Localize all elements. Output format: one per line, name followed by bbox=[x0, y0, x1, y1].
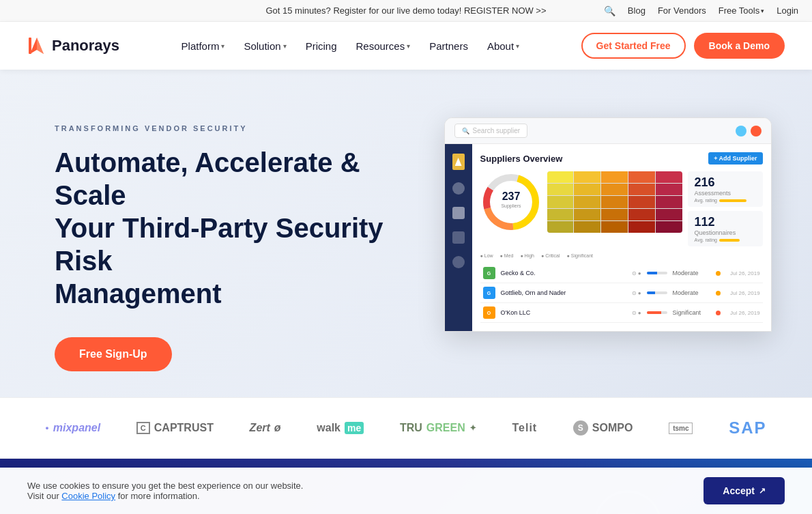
hero-right: 🔍 Search supplier bbox=[406, 111, 772, 332]
search-icon[interactable]: 🔍 bbox=[604, 5, 615, 16]
nav-cta-group: Get Started Free Book a Demo bbox=[581, 33, 785, 59]
logo-zerto: Zertø bbox=[250, 422, 281, 434]
company-name: Gottlieb, Orn and Nader bbox=[501, 289, 626, 296]
risk-level: Significant bbox=[673, 309, 710, 316]
questionnaires-label: Questionnaires bbox=[695, 229, 756, 236]
svg-text:Suppliers: Suppliers bbox=[501, 203, 521, 209]
company-name: O'Kon LLC bbox=[501, 309, 626, 316]
top-nav-login[interactable]: Login bbox=[777, 5, 798, 16]
heatmap-widget bbox=[547, 171, 682, 233]
dashboard-mockup: 🔍 Search supplier bbox=[444, 117, 772, 332]
chart-legend: ● Low● Med● High● Critical● Significant bbox=[480, 253, 763, 258]
risk-dot bbox=[716, 291, 721, 296]
svg-text:237: 237 bbox=[502, 190, 520, 202]
dashboard-main: Suppliers Overview + Add Supplier bbox=[472, 144, 771, 331]
free-signup-button[interactable]: Free Sign-Up bbox=[55, 337, 172, 371]
dashboard-actions bbox=[736, 126, 762, 137]
assessments-label: Assessments bbox=[695, 190, 756, 197]
logo-text: Panorays bbox=[52, 37, 119, 55]
logo[interactable]: Panorays bbox=[27, 36, 119, 55]
checkmark-icon: ↗ bbox=[759, 486, 766, 496]
date: Jul 26, 2019 bbox=[726, 310, 760, 316]
stats-widget: 216 Assessments Avg. rating 112 Question… bbox=[688, 171, 763, 246]
company-logo: G bbox=[483, 287, 495, 299]
chevron-down-icon: ▾ bbox=[221, 42, 224, 50]
donut-chart: 237 Suppliers bbox=[480, 171, 542, 233]
cookie-banner: We use cookies to ensure you get the bes… bbox=[0, 468, 812, 514]
hero-eyebrow: TRANSFORMING VENDOR SECURITY bbox=[55, 124, 406, 132]
nav-item-platform[interactable]: Platform ▾ bbox=[173, 35, 233, 57]
banner-message: Got 15 minutes? Register for our live de… bbox=[265, 5, 461, 16]
logo-trugreen: TRUGREEN✦ bbox=[400, 422, 476, 434]
hero-section: TRANSFORMING VENDOR SECURITY Automate, A… bbox=[0, 70, 812, 397]
risk-icon: ⊙ ● bbox=[632, 270, 641, 276]
cookie-text: We use cookies to ensure you get the bes… bbox=[27, 481, 303, 501]
risk-icon: ⊙ ● bbox=[632, 290, 641, 296]
accept-cookie-button[interactable]: Accept ↗ bbox=[704, 477, 785, 504]
svg-rect-2 bbox=[29, 38, 31, 54]
table-row: G Gecko & Co. ⊙ ● Moderate Jul 26, 2019 bbox=[480, 263, 763, 283]
cookie-policy-link[interactable]: Cookie Policy bbox=[61, 491, 115, 501]
logo-captrust: C CAPTRUST bbox=[136, 422, 214, 434]
logo-sompo: S SOMPO bbox=[573, 420, 633, 436]
dashboard-title: Suppliers Overview bbox=[480, 154, 563, 164]
svg-marker-1 bbox=[37, 38, 44, 54]
logo-telit: Telit bbox=[512, 422, 537, 434]
company-name: Gecko & Co. bbox=[501, 270, 626, 276]
nav-item-solution[interactable]: Solution ▾ bbox=[235, 35, 294, 57]
sidebar-logo-icon bbox=[452, 154, 465, 170]
dashboard-search[interactable]: 🔍 Search supplier bbox=[454, 124, 527, 138]
top-nav-blog[interactable]: Blog bbox=[628, 5, 646, 16]
dashboard-header: 🔍 Search supplier bbox=[445, 118, 771, 144]
questionnaires-rating: Avg. rating bbox=[695, 238, 756, 242]
suppliers-table: G Gecko & Co. ⊙ ● Moderate Jul 26, 2019 … bbox=[480, 263, 763, 323]
sidebar-icon-users[interactable] bbox=[452, 182, 465, 195]
risk-dot bbox=[716, 271, 721, 276]
dashboard-widgets: 237 Suppliers bbox=[480, 171, 763, 246]
date: Jul 26, 2019 bbox=[726, 270, 760, 276]
search-icon: 🔍 bbox=[462, 128, 469, 134]
assessments-rating: Avg. rating bbox=[695, 198, 756, 203]
get-started-button[interactable]: Get Started Free bbox=[581, 33, 686, 59]
sidebar-icon-settings[interactable] bbox=[452, 256, 465, 268]
add-supplier-button[interactable]: + Add Supplier bbox=[708, 152, 762, 165]
dashboard-top-row: Suppliers Overview + Add Supplier bbox=[480, 152, 763, 165]
main-navigation: Panorays Platform ▾ Solution ▾ Pricing R… bbox=[0, 22, 812, 70]
sidebar-icon-heart[interactable] bbox=[452, 207, 465, 219]
dash-action-btn-1[interactable] bbox=[736, 126, 746, 137]
nav-links: Platform ▾ Solution ▾ Pricing Resources … bbox=[173, 35, 528, 57]
assessments-count: 216 bbox=[695, 175, 756, 190]
chevron-down-icon: ▾ bbox=[283, 42, 287, 50]
nav-item-about[interactable]: About ▾ bbox=[479, 35, 527, 57]
questionnaires-stat: 112 Questionnaires Avg. rating bbox=[688, 211, 763, 246]
dash-action-btn-2[interactable] bbox=[751, 126, 762, 137]
company-logo: G bbox=[483, 267, 495, 279]
book-demo-button[interactable]: Book a Demo bbox=[694, 33, 785, 59]
top-nav-vendors[interactable]: For Vendors bbox=[658, 5, 706, 16]
chevron-down-icon: ▾ bbox=[407, 42, 410, 50]
banner-text: Got 15 minutes? Register for our live de… bbox=[265, 5, 546, 16]
top-banner: Got 15 minutes? Register for our live de… bbox=[0, 0, 812, 22]
logo-sap: SAP bbox=[729, 418, 766, 438]
rating-bar-2 bbox=[719, 239, 740, 242]
cookie-message-2: Visit our Cookie Policy for more informa… bbox=[27, 491, 303, 501]
cookie-message-1: We use cookies to ensure you get the bes… bbox=[27, 481, 303, 491]
table-row: G Gottlieb, Orn and Nader ⊙ ● Moderate J… bbox=[480, 283, 763, 303]
logo-mixpanel: ● mixpanel bbox=[45, 422, 100, 434]
dashboard-body: Suppliers Overview + Add Supplier bbox=[445, 144, 771, 331]
logo-walkme: walkme bbox=[317, 422, 364, 434]
nav-item-resources[interactable]: Resources ▾ bbox=[347, 35, 418, 57]
sidebar-icon-chart[interactable] bbox=[452, 231, 465, 244]
progress-bar bbox=[647, 272, 667, 274]
hero-title: Automate, Accelerate & Scale Your Third-… bbox=[55, 146, 406, 310]
nav-item-pricing[interactable]: Pricing bbox=[298, 35, 345, 57]
hero-left: TRANSFORMING VENDOR SECURITY Automate, A… bbox=[55, 111, 406, 371]
progress-bar bbox=[647, 311, 667, 314]
logos-strip: ● mixpanel C CAPTRUST Zertø walkme TRUGR… bbox=[0, 397, 812, 459]
nav-item-partners[interactable]: Partners bbox=[421, 35, 476, 57]
risk-icon: ⊙ ● bbox=[632, 310, 641, 316]
risk-dot bbox=[716, 311, 721, 315]
top-nav-freetools[interactable]: Free Tools▾ bbox=[719, 5, 764, 16]
register-link[interactable]: REGISTER NOW >> bbox=[464, 5, 547, 16]
logo-tsmc: tsmc bbox=[669, 423, 693, 434]
